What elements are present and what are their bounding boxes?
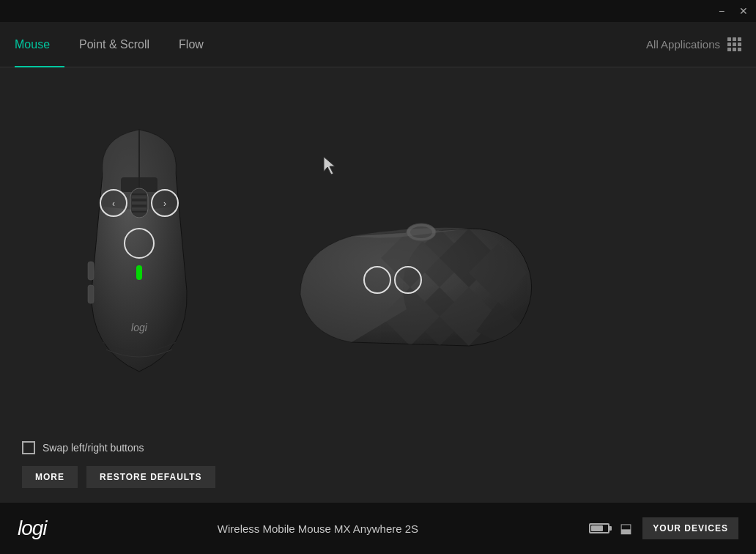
svg-text:logi: logi [131, 322, 148, 333]
minimize-button[interactable]: − [715, 5, 728, 17]
battery-body [589, 523, 609, 533]
bottom-bar: logi Wireless Mobile Mouse MX Anywhere 2… [0, 503, 756, 554]
your-devices-button[interactable]: YOUR DEVICES [642, 517, 738, 539]
all-applications-label: All Applications [646, 38, 720, 51]
all-applications[interactable]: All Applications [646, 37, 741, 51]
mouse-area: ‹ › [0, 67, 756, 434]
cursor-indicator [322, 155, 340, 180]
mouse-top-view: ‹ › [59, 115, 220, 386]
battery-fill [591, 525, 602, 531]
nav-bar: Mouse Point & Scroll Flow All Applicatio… [0, 22, 756, 67]
svg-text:›: › [163, 199, 166, 209]
device-name: Wireless Mobile Mouse MX Anywhere 2S [47, 522, 590, 535]
bottom-right: ⬓ YOUR DEVICES [589, 517, 738, 539]
controls-area: Swap left/right buttons MORE RESTORE DEF… [0, 434, 756, 503]
svg-rect-17 [88, 262, 94, 280]
svg-text:‹: ‹ [112, 199, 115, 209]
main-content: ‹ › [0, 67, 756, 503]
tab-flow[interactable]: Flow [164, 22, 218, 67]
svg-rect-16 [136, 265, 142, 280]
more-button[interactable]: MORE [22, 466, 78, 488]
restore-defaults-button[interactable]: RESTORE DEFAULTS [86, 466, 215, 488]
mouse-side-view [293, 207, 527, 353]
buttons-row: MORE RESTORE DEFAULTS [22, 466, 734, 488]
bluetooth-icon: ⬓ [620, 520, 632, 536]
tab-mouse[interactable]: Mouse [15, 22, 64, 67]
close-button[interactable]: ✕ [737, 5, 750, 17]
title-bar: − ✕ [0, 0, 756, 22]
tab-point-scroll[interactable]: Point & Scroll [64, 22, 164, 67]
svg-rect-18 [88, 285, 94, 303]
logi-logo: logi [18, 517, 47, 540]
grid-icon [727, 37, 741, 51]
battery-icon [589, 523, 609, 533]
swap-buttons-row: Swap left/right buttons [22, 441, 734, 454]
swap-buttons-label: Swap left/right buttons [42, 442, 144, 454]
swap-buttons-checkbox[interactable] [22, 441, 35, 454]
